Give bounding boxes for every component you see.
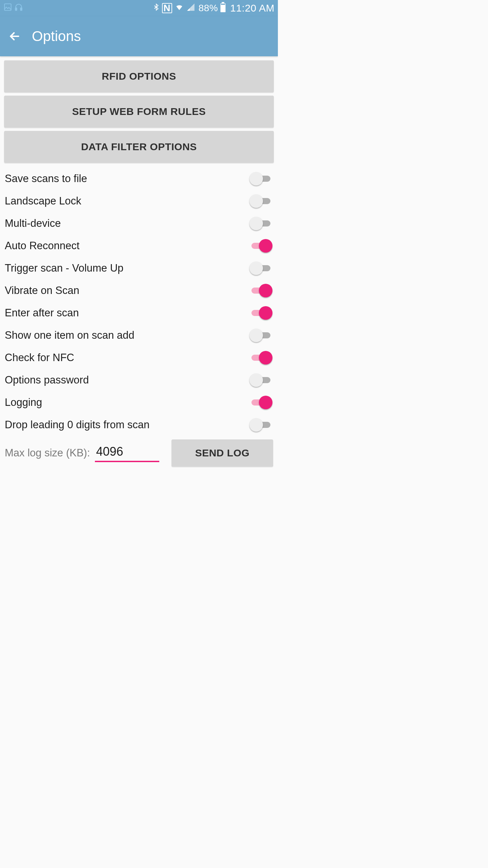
- battery-icon: [220, 2, 226, 15]
- option-row: Logging: [4, 391, 274, 414]
- page-title: Options: [32, 28, 81, 44]
- svg-rect-4: [222, 2, 224, 3]
- option-row: Enter after scan: [4, 302, 274, 324]
- back-button[interactable]: [7, 28, 22, 44]
- send-log-button[interactable]: SEND LOG: [171, 439, 273, 467]
- option-label: Check for NFC: [5, 352, 74, 364]
- option-label: Vibrate on Scan: [5, 284, 79, 297]
- toggle-switch[interactable]: [249, 329, 272, 342]
- option-row: Save scans to file: [4, 167, 274, 190]
- nfc-icon: N: [162, 3, 172, 13]
- option-label: Enter after scan: [5, 307, 79, 319]
- option-label: Options password: [5, 374, 89, 386]
- toggle-switch[interactable]: [249, 284, 272, 297]
- status-clock: 11:20 AM: [230, 2, 274, 14]
- svg-rect-5: [221, 4, 225, 5]
- option-label: Save scans to file: [5, 173, 87, 185]
- option-row: Options password: [4, 369, 274, 391]
- toggle-switch[interactable]: [249, 373, 272, 387]
- setup-web-form-rules-button[interactable]: SETUP WEB FORM RULES: [4, 96, 274, 127]
- switch-thumb: [249, 261, 263, 275]
- battery-percent: 88%: [199, 3, 218, 14]
- switch-thumb: [249, 329, 263, 342]
- headphones-icon: [14, 3, 23, 14]
- option-row: Drop leading 0 digits from scan: [4, 414, 274, 436]
- app-bar: Options: [0, 16, 278, 56]
- content-area: RFID OPTIONS SETUP WEB FORM RULES DATA F…: [0, 56, 278, 471]
- toggle-switch[interactable]: [249, 261, 272, 275]
- option-row: Vibrate on Scan: [4, 279, 274, 302]
- toggle-switch[interactable]: [249, 172, 272, 185]
- wifi-icon: [174, 3, 184, 14]
- option-label: Trigger scan - Volume Up: [5, 262, 123, 274]
- switch-thumb: [249, 172, 263, 185]
- toggle-switch[interactable]: [249, 396, 272, 409]
- toggle-switch[interactable]: [249, 306, 272, 320]
- option-label: Auto Reconnect: [5, 240, 80, 252]
- svg-rect-2: [20, 8, 22, 11]
- switch-thumb: [249, 373, 263, 387]
- toggle-switch[interactable]: [249, 217, 272, 230]
- option-row: Trigger scan - Volume Up: [4, 257, 274, 279]
- status-right-icons: N 88% 11:20 AM: [152, 2, 274, 15]
- toggle-switch[interactable]: [249, 418, 272, 432]
- option-list: Save scans to fileLandscape LockMulti-de…: [4, 166, 274, 436]
- cell-signal-icon: [186, 3, 195, 14]
- switch-thumb: [249, 194, 263, 208]
- switch-thumb: [259, 239, 272, 253]
- bluetooth-icon: [152, 2, 160, 14]
- option-row: Check for NFC: [4, 347, 274, 369]
- gallery-icon: [3, 3, 12, 14]
- max-log-size-input[interactable]: [95, 444, 159, 462]
- switch-thumb: [259, 284, 272, 297]
- option-row: Landscape Lock: [4, 190, 274, 212]
- option-row: Show one item on scan add: [4, 324, 274, 347]
- toggle-switch[interactable]: [249, 239, 272, 253]
- option-label: Landscape Lock: [5, 195, 81, 207]
- switch-thumb: [259, 396, 272, 409]
- data-filter-options-button[interactable]: DATA FILTER OPTIONS: [4, 131, 274, 163]
- option-label: Show one item on scan add: [5, 329, 135, 341]
- switch-thumb: [249, 418, 263, 432]
- switch-thumb: [259, 306, 272, 320]
- switch-thumb: [259, 351, 272, 364]
- status-left-icons: [3, 3, 23, 14]
- option-label: Drop leading 0 digits from scan: [5, 419, 149, 431]
- switch-thumb: [249, 217, 263, 230]
- toggle-switch[interactable]: [249, 194, 272, 208]
- option-label: Multi-device: [5, 217, 61, 230]
- max-log-size-label: Max log size (KB):: [5, 447, 90, 459]
- option-label: Logging: [5, 396, 42, 409]
- rfid-options-button[interactable]: RFID OPTIONS: [4, 60, 274, 92]
- toggle-switch[interactable]: [249, 351, 272, 364]
- max-log-row: Max log size (KB): SEND LOG: [4, 436, 274, 467]
- svg-rect-0: [4, 4, 11, 11]
- option-row: Auto Reconnect: [4, 235, 274, 257]
- option-row: Multi-device: [4, 212, 274, 235]
- svg-rect-1: [15, 8, 17, 11]
- status-bar: N 88% 11:20 AM: [0, 0, 278, 16]
